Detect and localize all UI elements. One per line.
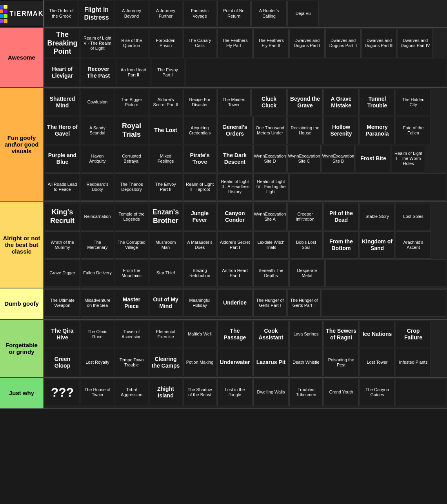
tier-cell-alright-2-1: Fallen Delivery [81,259,114,287]
tier-cell-alright-0-9: Stable Story [360,203,395,230]
tier-cell-alright-2-4: Blazing Retribution [183,259,216,287]
tier-content-fun-goofy: Shattered MindCowfusionThe Bigger Pictur… [43,88,447,201]
tier-cell-alright-0-8: Pit of the Dead [323,203,359,230]
tier-cell-fun-goofy-1-4: Acquiring Credentials [183,117,216,144]
tier-cell-alright-1-3: Mushroom Man [149,231,182,259]
tier-cell-fun-goofy-1-9: Memory Paranoia [360,117,395,144]
logo-grid [0,5,7,23]
tier-cell-fun-goofy-3-2: The Thanos Depository [115,173,148,201]
tier-cell-fun-goofy-0-8: A Grave Mistake [323,89,359,116]
tier-subrow-awesome-0: The Breaking PointRealm of Light V - The… [45,29,446,58]
tier-cell-just-why-0-5: Lost in the Jungle [217,379,253,406]
tier-row-fun-goofy: Fun goofy and\or good visualsShattered M… [0,88,447,202]
tier-cell-awesome-0-8: Dwarves and Doguns Part II [325,29,361,58]
tier-subrow-fun-goofy-3: All Roads Lead to PeaceRedbeard's BootyT… [45,173,446,201]
tier-cell-forgettable-1-9: Lost Tower [360,349,395,376]
tier-cell-forgettable-0-2: Tower of Ascension [115,321,148,348]
tier-cell-dumb-goofy-0-0: The Ultimate Weapon [45,289,80,317]
tier-cell-fun-goofy-0-10: The Hidden City [396,89,431,116]
tier-cell-alright-0-5: Canyon Condor [217,203,253,230]
tier-label-dumb-goofy: Dumb goofy [0,288,43,319]
tier-cell-fun-goofy-0-3: Aldorei's Secret Part II [149,89,182,116]
tier-cell-fun-goofy-2-6: WynnExcavation Site D [253,145,287,172]
tier-cell-alright-1-4: A Marauder's Dues [183,231,216,259]
tier-cell-alright-2-2: From the Mountains [115,259,148,287]
tier-subrow-forgettable-0: The Qira HiveThe Olmic RuneTower of Asce… [45,321,446,348]
tier-cell-fun-goofy-2-7: WynnExcavation Site C [287,145,321,172]
logo-dot [4,19,7,23]
header-cell-4: Fantastic Voyage [183,1,216,26]
logo-dot [4,9,7,13]
tier-cell-dumb-goofy-0-4: Meaningful Holiday [183,289,216,317]
tier-cell-alright-0-7: Creeper Infiltration [287,203,323,230]
header-cell-6: A Hunter's Calling [251,1,287,26]
header-logo-cell: TiERMAKER [0,0,43,27]
tier-cell-forgettable-0-3: Elemental Exercise [149,321,182,348]
tier-label-forgettable: Forgettable or grindy [0,320,43,377]
tier-label-awesome: Awesome [0,28,43,87]
tier-cell-forgettable-0-0: The Qira Hive [45,321,80,348]
tier-cell-alright-0-1: Reincarnation [81,203,114,230]
tier-row-alright: Alright or not the best but classicKing'… [0,202,447,288]
tier-cell-forgettable-1-10: Infested Plants [396,349,431,376]
tier-cell-fun-goofy-1-7: Reclaiming the House [287,117,323,144]
tier-cell-alright-1-7: Bob's Lost Soul [289,231,323,259]
tier-content-awesome: The Breaking PointRealm of Light V - The… [43,28,447,87]
tier-cell-forgettable-1-3: Clearing the Camps [149,349,182,376]
tiermaker-logo: TiERMAKER [0,1,49,26]
tier-cell-awesome-0-4: The Canary Calls [183,29,216,58]
tier-cell-forgettable-0-4: Maltic's Well [183,321,216,348]
tier-cell-alright-2-7: Desperate Metal [289,259,325,287]
tier-cell-forgettable-0-9: Ice Nations [360,321,395,348]
tier-cell-forgettable-1-0: Green Gloop [45,349,80,376]
tier-cell-forgettable-1-7: Death Whistle [289,349,323,376]
tier-cell-fun-goofy-3-0: All Roads Lead to Peace [45,173,80,201]
tier-cell-just-why-0-6: Dwelling Walls [253,379,289,406]
tier-cell-fun-goofy-2-4: Pirate's Trove [183,145,216,172]
tier-cell-fun-goofy-2-10: Realm of Light I - The Worm Holes [392,145,425,172]
tier-subrow-just-why-0: ???The House of TwainTribal AggressionZh… [45,379,446,406]
tier-cell-forgettable-1-1: Lost Royalty [81,349,114,376]
tier-cell-fun-goofy-1-5: General's Orders [217,117,253,144]
tier-cell-fun-goofy-1-6: One Thousand Meters Under [253,117,287,144]
tier-cell-fun-goofy-3-5: Realm of Light III - A Headless History [217,173,253,201]
tier-subrow-alright-1: Wrath of the MummyThe MercenaryThe Corru… [45,231,446,259]
tier-cell-fun-goofy-1-1: A Sandy Scandal [81,117,114,144]
tier-cell-awesome-0-10: Dwarves and Doguns Part IV [398,29,433,58]
logo-dot [0,14,3,18]
tier-subrow-forgettable-1: Green GloopLost RoyaltyTempo Town Troubl… [45,349,446,376]
tier-content-alright: King's RecruitReincarnationTemple of the… [43,202,447,288]
tier-cell-forgettable-0-6: Cook Assistant [253,321,289,348]
tier-cell-fun-goofy-3-3: The Envoy Part II [149,173,182,201]
tier-cell-forgettable-1-8: Poisoning the Pest [323,349,359,376]
tier-cell-fun-goofy-0-1: Cowfusion [81,89,114,116]
tier-label-just-why: Just why [0,378,43,408]
logo-dot [4,5,7,9]
logo-dot [0,19,3,23]
tier-cell-alright-1-8: From the Bottom [323,231,359,259]
tier-row-just-why: Just why???The House of TwainTribal Aggr… [0,378,447,409]
tier-cell-alright-1-9: Kingdom of Sand [360,231,395,259]
tier-cell-awesome-1-1: Recover The Past [81,59,116,86]
tier-cell-fun-goofy-1-10: Fate of the Fallen [396,117,431,144]
tier-cell-awesome-0-1: Realm of Light V - The Realm of Light [81,29,114,58]
tier-subrow-awesome-1: Heart of LlevigarRecover The PastAn Iron… [45,59,446,86]
tier-cell-dumb-goofy-0-6: The Hunger of Gerts Part I [253,289,287,317]
tier-cell-alright-1-2: The Corrupted Village [115,231,148,259]
tier-cell-awesome-0-9: Dwarves and Doguns Part III [362,29,397,58]
tier-cell-just-why-0-8: Grand Youth [323,379,359,406]
tier-cell-fun-goofy-0-6: Cluck Cluck [251,89,287,116]
tier-cell-forgettable-0-8: The Sewers of Ragni [323,321,359,348]
tier-cell-forgettable-1-2: Tempo Town Trouble [115,349,148,376]
header-row: TiERMAKER The Order of the GrookFlight i… [0,0,447,28]
header-cell-0: The Order of the Grook [45,1,78,26]
tier-cell-fun-goofy-3-4: Realm of Light II - Taproot [183,173,216,201]
tier-cell-alright-1-5: Aldorei's Secret Part I [217,231,253,259]
tier-cell-fun-goofy-2-9: Frost Bite [356,145,391,172]
tier-cell-dumb-goofy-0-8 [322,289,446,317]
tier-cell-alright-1-0: Wrath of the Mummy [45,231,80,259]
tier-subrow-fun-goofy-0: Shattered MindCowfusionThe Bigger Pictur… [45,89,446,116]
tier-cell-fun-goofy-0-7: Beyond the Grave [287,89,323,116]
tier-label-alright: Alright or not the best but classic [0,202,43,288]
tier-cell-alright-2-3: Star Thief [149,259,182,287]
